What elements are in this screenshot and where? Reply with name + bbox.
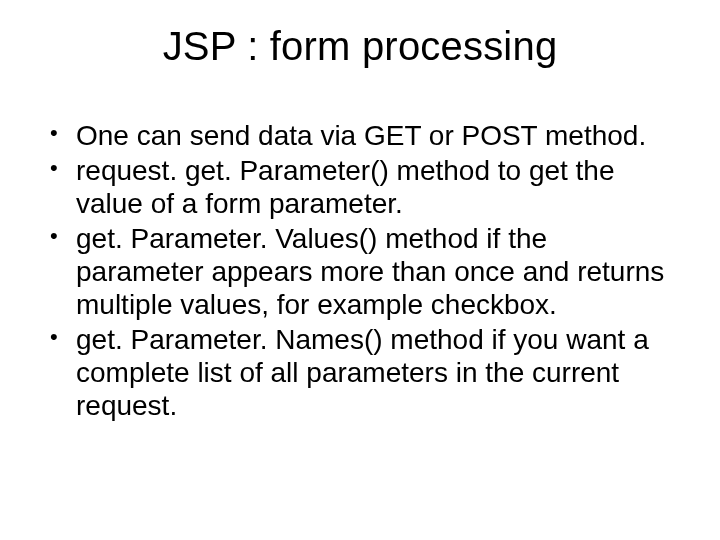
bullet-list: One can send data via GET or POST method… <box>48 119 680 422</box>
slide: JSP : form processing One can send data … <box>0 0 720 540</box>
list-item: get. Parameter. Names() method if you wa… <box>48 323 680 422</box>
list-item: get. Parameter. Values() method if the p… <box>48 222 680 321</box>
slide-title: JSP : form processing <box>40 24 680 69</box>
list-item: request. get. Parameter() method to get … <box>48 154 680 220</box>
list-item: One can send data via GET or POST method… <box>48 119 680 152</box>
